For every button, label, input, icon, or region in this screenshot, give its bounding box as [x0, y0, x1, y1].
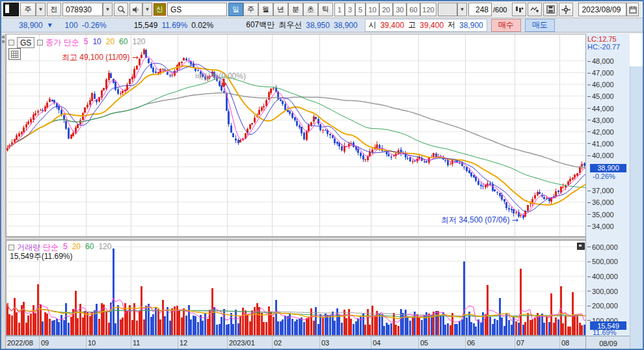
dock-panel-icon[interactable] [3, 3, 19, 16]
buy-button[interactable]: 매수 [491, 19, 521, 32]
date-axis-separator [465, 336, 466, 350]
legend-period-20[interactable]: 20 [72, 242, 81, 253]
timeframe-button-초[interactable]: 초 [303, 3, 318, 16]
sound-button[interactable] [129, 3, 142, 16]
price-pane[interactable] [6, 34, 590, 237]
price-axis-column: LC:12.75 HC:-20.77 08/09 48,00047,00046,… [585, 34, 630, 350]
legend-toggle-icon[interactable] [37, 40, 43, 46]
high-label: 고 [408, 20, 416, 31]
legend-toggle-icon[interactable] [8, 245, 14, 250]
date-axis-label: 10 [88, 339, 96, 347]
period-combo-arrow-icon[interactable]: ▼ [36, 3, 46, 16]
best-ask: 38,950 [306, 21, 330, 30]
timeframe-button-주[interactable]: 주 [243, 3, 258, 16]
date-axis-separator [39, 336, 40, 350]
price-axis-label: 41,000 [587, 140, 614, 147]
info-row: 38,900 ▼ 100 -0.26% 15,549 11.69% 0.02% … [1, 18, 643, 33]
date-input[interactable]: 2023/08/09 [578, 3, 626, 16]
timeframe-button-틱[interactable]: 틱 [318, 3, 333, 16]
high-value: 39,400 [420, 21, 444, 30]
jeon-button[interactable]: 전 [47, 3, 61, 16]
minute-button-30[interactable]: 30 [393, 3, 407, 16]
price-change-pct: -0.26% [82, 21, 107, 30]
legend-period-5[interactable]: 5 [84, 37, 88, 48]
empty-combo[interactable] [438, 3, 457, 16]
legend-period-120[interactable]: 120 [132, 37, 145, 48]
minute-button-3[interactable]: 3 [345, 3, 355, 16]
gear-icon [561, 5, 570, 14]
period-combo[interactable]: 주 [20, 3, 36, 16]
price-axis-label: 37,000 [587, 187, 614, 195]
candle-shift-button[interactable] [512, 3, 526, 16]
minute-button-60[interactable]: 60 [407, 3, 420, 16]
volume-axis-label: 300,000 [587, 288, 618, 295]
current-price-box: 38,900 [590, 164, 626, 172]
minute-button-5[interactable]: 5 [355, 3, 366, 16]
volume-pct: 11.69% [161, 21, 187, 30]
candle-count-total: /600 [493, 6, 507, 14]
minute-button-120[interactable]: 120 [420, 3, 436, 16]
timeframe-button-월[interactable]: 월 [258, 3, 273, 16]
timeframe-button-group: 일주월년분초틱 [228, 3, 333, 16]
sell-button[interactable]: 매도 [525, 19, 555, 32]
line-shift-button[interactable] [528, 3, 542, 16]
stock-code-dropdown-icon[interactable]: ▼ [103, 3, 113, 16]
timeframe-button-년[interactable]: 년 [273, 3, 288, 16]
volume-pane-option-icon[interactable] [577, 243, 585, 250]
legend-period-20[interactable]: 20 [106, 37, 114, 48]
best-quote-label: 최우선 [278, 20, 302, 31]
lc-value: LC:12.75 [587, 35, 617, 42]
price-axis-label: 35,000 [587, 211, 614, 218]
date-axis-label: 08 [561, 339, 569, 347]
legend-symbol-box[interactable]: GS [17, 37, 34, 48]
timeframe-button-분[interactable]: 분 [288, 3, 303, 16]
legend-toggle-icon[interactable] [8, 40, 14, 46]
search-button[interactable] [114, 3, 128, 16]
save-button[interactable] [543, 3, 557, 16]
sound-dropdown-icon[interactable]: ▼ [142, 3, 152, 16]
price-down-arrow-icon: ▼ [47, 21, 53, 29]
minute-button-10[interactable]: 10 [366, 3, 379, 16]
date-axis-label: 2023/01 [229, 339, 255, 347]
volume-axis-label: 600,000 [587, 243, 618, 250]
low-value: 38,900 [459, 21, 483, 30]
date-axis[interactable]: 2022/08091011122023/0102030405060708 [6, 336, 590, 350]
stock-code-input[interactable]: 078930 [62, 3, 103, 16]
legend-period-120[interactable]: 120 [98, 242, 111, 253]
best-bid: 38,900 [334, 21, 358, 30]
current-volume-pct-label: 11.69% [593, 329, 617, 336]
volume-pane[interactable] [6, 240, 590, 336]
minute-button-1[interactable]: 1 [334, 3, 345, 16]
legend-type-label: 종가 단순 [46, 37, 79, 48]
date-axis-separator [515, 336, 515, 350]
date-axis-label: 2022/08 [7, 339, 33, 347]
minute-button-20[interactable]: 20 [379, 3, 393, 16]
candle-count-input[interactable]: 248 [468, 3, 492, 16]
date-axis-separator [559, 336, 560, 350]
market-type-badge: 신 [154, 3, 166, 16]
calendar-icon [629, 6, 637, 14]
date-axis-label: 11 [133, 339, 140, 347]
date-axis-label: 09 [41, 339, 49, 347]
chart-region: 2022/08091011122023/0102030405060708 GS … [1, 34, 643, 350]
legend-period-10[interactable]: 10 [92, 37, 101, 48]
price-axis-label: 44,000 [587, 105, 614, 112]
legend-period-60[interactable]: 60 [85, 242, 94, 253]
date-axis-separator [178, 336, 178, 350]
price-axis-label: 46,000 [587, 81, 614, 88]
settings-button[interactable] [559, 3, 573, 16]
price-axis-label: 48,000 [587, 58, 614, 65]
timeframe-button-일[interactable]: 일 [228, 3, 243, 16]
legend-period-60[interactable]: 60 [119, 37, 127, 48]
empty-combo-arrow-icon[interactable]: ▼ [457, 3, 467, 16]
price-axis-label: 43,000 [587, 116, 614, 124]
minute-button-group: 13510203060120 [334, 3, 436, 16]
stock-name-input[interactable]: GS [167, 3, 227, 16]
axis-end-date: 08/09 [586, 336, 630, 350]
save-icon [546, 5, 555, 14]
calendar-button[interactable] [626, 3, 639, 16]
left-resize-strip[interactable] [1, 34, 6, 350]
date-axis-label: 07 [517, 339, 524, 347]
chart-window: 주 ▼ 전 078930 ▼ ▼ 신 GS 일주월년분초틱 1351020306… [0, 0, 644, 350]
grid-settings-button[interactable] [8, 48, 21, 60]
